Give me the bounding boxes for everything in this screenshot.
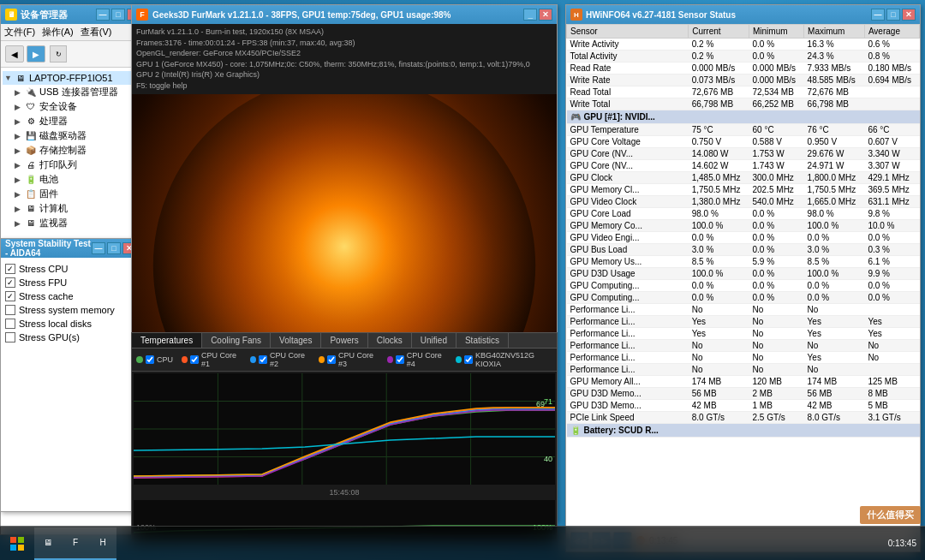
menu-bar: 文件(F) 操作(A) 查看(V): [1, 24, 145, 41]
table-row: GPU Temperature75 °C60 °C76 °C66 °C: [567, 124, 920, 136]
cell-current: 0.000 MB/s: [689, 63, 749, 74]
tab-temperatures[interactable]: Temperatures: [132, 333, 202, 348]
hwinfo-minimize-btn[interactable]: —: [871, 9, 885, 21]
stress-memory-checkbox[interactable]: [5, 305, 15, 315]
cell-min: 2 MB: [749, 388, 804, 400]
cell-sensor: GPU D3D Usage: [567, 268, 689, 280]
menu-file[interactable]: 文件(F): [4, 26, 35, 39]
legend-cpu-checkbox[interactable]: [146, 355, 154, 364]
cell-avg: 429.1 MHz: [864, 172, 919, 184]
tab-statistics[interactable]: Statistics: [457, 333, 509, 348]
tree-item-battery[interactable]: ▶ 🔋 电池: [13, 172, 143, 187]
taskbar-furmark[interactable]: F: [62, 527, 89, 560]
cell-min: 0.0 %: [749, 244, 804, 256]
cell-current: 174 MB: [689, 376, 749, 388]
tree-children: ▶ 🔌 USB 连接器管理器 ▶ 🛡 安全设备 ▶ ⚙ 处理器: [3, 85, 143, 230]
refresh-btn[interactable]: ↻: [50, 45, 67, 63]
cell-min: 5.9 %: [749, 256, 804, 268]
table-body: Write Activity0.2 %0.0 %16.3 %0.6 %Total…: [567, 39, 920, 438]
svg-rect-17: [18, 545, 24, 551]
tree-item-disk[interactable]: ▶ 💾 磁盘驱动器: [13, 128, 143, 143]
cell-sensor: GPU Video Clock: [567, 196, 689, 208]
cell-min: 0.0 %: [749, 220, 804, 232]
cell-current: 8.0 GT/s: [689, 412, 749, 424]
tree-item-usb[interactable]: ▶ 🔌 USB 连接器管理器: [13, 85, 143, 99]
legend-core4-checkbox[interactable]: [396, 355, 404, 364]
start-button[interactable]: [0, 527, 34, 561]
table-row: GPU D3D Memo...56 MB2 MB56 MB8 MB: [567, 388, 920, 400]
cell-sensor: GPU Memory Co...: [567, 220, 689, 232]
maximize-btn[interactable]: □: [111, 9, 125, 21]
tab-powers[interactable]: Powers: [321, 333, 367, 348]
tree-item-storage[interactable]: ▶ 📦 存储控制器: [13, 143, 143, 158]
hwinfo-close-btn[interactable]: ✕: [902, 9, 916, 21]
tree-item-monitor[interactable]: ▶ 🖥 监视器: [13, 216, 143, 230]
taskbar-clock: 0:13:45: [888, 539, 916, 548]
tree-item-firmware[interactable]: ▶ 📋 固件: [13, 187, 143, 201]
minimize-btn[interactable]: —: [96, 9, 110, 21]
furmark-minimize-btn[interactable]: _: [523, 9, 537, 21]
legend-cpu: CPU: [136, 355, 173, 364]
cell-avg: 369.5 MHz: [864, 184, 919, 196]
legend-core3-checkbox[interactable]: [327, 355, 336, 364]
temp-graph-svg: [134, 373, 555, 485]
furmark-info: FurMark v1.21.1.0 - Burn-in test, 1920x1…: [132, 24, 557, 94]
cell-current: No: [689, 352, 749, 364]
toolbar: ◀ ▶ ↻: [1, 41, 145, 68]
cell-max: 56 MB: [804, 388, 865, 400]
cell-min: 0.0 %: [749, 292, 804, 304]
tab-clocks[interactable]: Clocks: [368, 333, 412, 348]
stress-gpu-checkbox[interactable]: [5, 332, 15, 343]
legend-core1-checkbox[interactable]: [190, 355, 199, 364]
cell-min: No: [749, 364, 804, 376]
table-row: GPU D3D Usage100.0 %0.0 %100.0 %9.9 %: [567, 268, 920, 280]
cell-max: 1,800.0 MHz: [804, 172, 865, 184]
tab-cooling-fans[interactable]: Cooling Fans: [202, 333, 271, 348]
disk-icon: 💾: [25, 130, 37, 142]
back-arrow[interactable]: ◀: [5, 45, 24, 63]
tree-item-computer[interactable]: ▶ 🖥 计算机: [13, 201, 143, 216]
menu-view[interactable]: 查看(V): [81, 26, 112, 39]
tree-root-item[interactable]: ▼ 🖥 LAPTOP-FFP1IO51: [3, 71, 143, 85]
furmark-info-line1: FurMark v1.21.1.0 - Burn-in test, 1920x1…: [136, 27, 552, 38]
stress-disks-checkbox[interactable]: [5, 319, 15, 329]
stress-fpu-checkbox[interactable]: [5, 277, 15, 288]
cell-max: No: [804, 304, 865, 316]
cell-sensor: Read Total: [567, 86, 689, 98]
firmware-icon: 📋: [25, 188, 37, 200]
cell-max: 0.0 %: [804, 292, 865, 304]
forward-arrow[interactable]: ▶: [27, 45, 45, 63]
device-manager-title: 设备管理器: [21, 9, 68, 21]
menu-action[interactable]: 操作(A): [42, 26, 74, 39]
tab-unified[interactable]: Unified: [412, 333, 457, 348]
table-row: Performance Li...YesNoYesYes: [567, 328, 920, 340]
legend-core2: CPU Core #2: [250, 351, 310, 368]
cell-max: No: [804, 364, 865, 376]
expand-icon-print: ▶: [15, 161, 23, 170]
furmark-close-btn[interactable]: ✕: [539, 9, 552, 21]
tree-item-security[interactable]: ▶ 🛡 安全设备: [13, 99, 143, 114]
furmark-info-line6: F5: toggle help: [136, 80, 552, 92]
taskbar-device-manager[interactable]: 🖥: [34, 527, 62, 560]
aida-minimize-btn[interactable]: —: [92, 242, 105, 254]
col-average: Average: [864, 25, 919, 39]
tree-item-processor[interactable]: ▶ ⚙ 处理器: [13, 114, 143, 128]
tree-item-print[interactable]: ▶ 🖨 打印队列: [13, 158, 143, 172]
hwinfo-maximize-btn[interactable]: □: [886, 9, 900, 21]
hwinfo-table: Sensor Current Minimum Maximum Average W…: [566, 24, 920, 528]
legend-core1: CPU Core #1: [182, 351, 242, 368]
table-row: Total Activity0.2 %0.0 %24.3 %0.8 %: [567, 51, 920, 63]
stress-memory-label: Stress system memory: [19, 305, 115, 315]
aida-maximize-btn[interactable]: □: [107, 242, 121, 254]
table-row: GPU Memory Us...8.5 %5.9 %8.5 %6.1 %: [567, 256, 920, 268]
cell-max: 72,676 MB: [804, 86, 865, 98]
stress-cpu-label: Stress CPU: [19, 264, 68, 274]
cell-current: 1,380.0 MHz: [689, 196, 749, 208]
legend-core2-checkbox[interactable]: [259, 355, 267, 364]
stress-cache-checkbox[interactable]: [5, 291, 15, 301]
stress-cpu-checkbox[interactable]: [5, 264, 15, 274]
tab-voltages[interactable]: Voltages: [271, 333, 321, 348]
processor-icon: ⚙: [25, 116, 37, 128]
taskbar-hwinfo[interactable]: H: [89, 527, 116, 560]
legend-kioxia-checkbox[interactable]: [464, 355, 473, 364]
